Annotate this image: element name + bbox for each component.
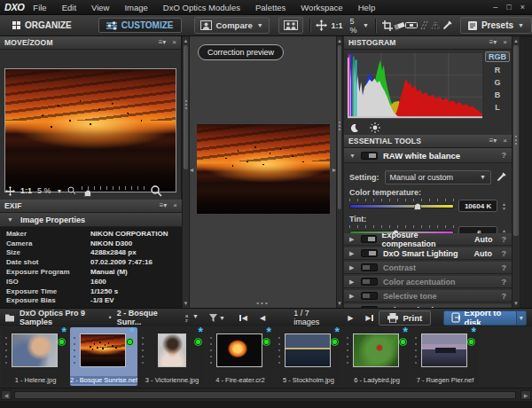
section-toggle[interactable] <box>361 249 378 257</box>
movezoom-preview-image[interactable] <box>4 68 176 192</box>
next-image-arrow[interactable]: ▸ <box>332 166 336 174</box>
expand-triangle-icon[interactable]: ▶ <box>349 264 356 271</box>
scroll-left-arrow[interactable]: ◀ <box>1 390 12 400</box>
thumbnail-bosque-sunrise-selected[interactable]: * 2 - Bosque Sunrise.nef <box>70 327 137 386</box>
zoom-1to1-button[interactable]: 1:1 <box>332 21 343 30</box>
temperature-value-field[interactable]: 10604 K <box>458 200 497 212</box>
help-icon[interactable]: ? <box>498 235 506 244</box>
section-selective-tone[interactable]: ▶ Selective tone ? <box>344 290 512 302</box>
zoom-slider-handle[interactable] <box>84 190 91 197</box>
zoom-level-value[interactable]: 5 % <box>350 17 359 35</box>
splitter-handle-dots[interactable]: ••• <box>256 299 269 307</box>
scrollbar-thumb[interactable] <box>184 45 188 169</box>
thumbnail-image[interactable] <box>216 333 262 367</box>
rating-dots[interactable] <box>142 337 144 339</box>
next-image-button[interactable]: ▶ <box>348 314 353 322</box>
rectangle-tool-button[interactable] <box>429 17 441 34</box>
scroll-up-arrow[interactable]: ▲ <box>183 37 189 44</box>
thumbnail-victorienne[interactable]: * 3 - Victorienne.jpg <box>138 327 206 386</box>
section-toggle[interactable] <box>361 263 378 271</box>
channel-l-button[interactable]: L <box>492 103 503 112</box>
essential-tools-menu-icon[interactable]: ≡▾ <box>489 137 497 145</box>
presets-button[interactable]: Presets ▼ <box>460 17 532 34</box>
dust-removal-tool-button[interactable] <box>394 17 405 34</box>
section-color-accentuation[interactable]: ▶ Color accentuation ? <box>344 276 512 288</box>
main-preview-image[interactable] <box>197 124 330 214</box>
rating-dots[interactable] <box>347 337 348 339</box>
scroll-down-arrow[interactable]: ▼ <box>512 300 520 307</box>
help-icon[interactable]: ? <box>497 278 506 286</box>
rating-dots[interactable] <box>415 337 417 339</box>
menu-edit[interactable]: Edit <box>62 3 76 12</box>
section-toggle[interactable] <box>361 278 378 286</box>
first-image-button[interactable]: ◀ <box>239 314 247 322</box>
customize-tab[interactable]: CUSTOMIZE <box>98 18 182 33</box>
presets-dropdown-caret[interactable]: ▼ <box>518 22 524 28</box>
section-dxo-smart-lighting[interactable]: ▶ DxO Smart Lighting Auto ? <box>344 247 512 260</box>
prev-image-arrow[interactable]: ◂ <box>190 166 193 174</box>
thumbnail-image[interactable] <box>12 333 58 367</box>
print-button[interactable]: Print <box>379 310 431 326</box>
scroll-right-arrow[interactable]: ▶ <box>520 390 531 400</box>
scroll-up-arrow[interactable]: ▲ <box>337 37 342 44</box>
help-icon[interactable]: ? <box>502 151 507 160</box>
color-temperature-slider[interactable] <box>349 199 454 213</box>
scrollbar-thumb[interactable] <box>338 45 341 209</box>
raw-wb-toggle[interactable] <box>361 152 378 160</box>
filmstrip-scrollbar[interactable]: ◀ ▶ <box>0 388 532 401</box>
exif-close-icon[interactable]: × <box>173 202 177 209</box>
zoom-dropdown-caret[interactable]: ▼ <box>363 22 369 28</box>
expand-triangle-icon[interactable]: ▼ <box>349 153 356 159</box>
export-dropdown-caret[interactable]: ▼ <box>516 311 526 325</box>
thumbnail-image[interactable] <box>353 333 399 367</box>
organize-tab[interactable]: ORGANIZE <box>5 19 79 32</box>
wb-eyedropper-icon[interactable] <box>497 172 506 182</box>
right-scrollbar[interactable]: ▲ ▼ <box>512 36 520 308</box>
movezoom-zoom-value[interactable]: 5 % <box>37 186 51 195</box>
menu-dxo-optics-modules[interactable]: DxO Optics Modules <box>163 3 240 12</box>
thumbnail-image[interactable] <box>158 333 186 367</box>
help-icon[interactable]: ? <box>497 263 506 272</box>
menu-help[interactable]: Help <box>358 3 376 12</box>
close-button[interactable]: × <box>520 4 525 12</box>
thumbnail-fire-eater[interactable]: * 4 - Fire-eater.cr2 <box>207 327 274 386</box>
thumbnail-image[interactable] <box>421 333 467 367</box>
menu-view[interactable]: View <box>91 3 109 12</box>
thumbnail-image[interactable] <box>80 333 126 367</box>
horizon-tool-button[interactable] <box>405 17 418 34</box>
zoom-slider[interactable] <box>82 186 145 195</box>
rating-dots[interactable] <box>210 337 212 339</box>
section-exposure-compensation[interactable]: ▶ Exposure compensation Auto ? <box>344 233 512 246</box>
expand-triangle-icon[interactable]: ▶ <box>349 293 356 300</box>
pan-tool-button[interactable] <box>316 17 327 34</box>
left-scrollbar[interactable]: ▲ ▼ <box>182 36 190 308</box>
section-toggle[interactable] <box>361 292 378 300</box>
move-crosshair-icon[interactable] <box>5 186 15 196</box>
center-scrollbar[interactable]: ▲ ▼ <box>336 36 343 308</box>
thumbnail-helene[interactable]: * 1 - Helene.jpg <box>2 327 69 386</box>
forced-parallels-tool-button[interactable] <box>418 17 429 34</box>
export-to-disk-button[interactable]: Export to disk ▼ <box>443 310 527 326</box>
rating-dots[interactable] <box>74 337 75 339</box>
movezoom-1to1-button[interactable]: 1:1 <box>20 186 32 195</box>
maximize-button[interactable]: □ <box>506 4 511 12</box>
zoom-in-icon[interactable] <box>151 185 162 197</box>
wb-setting-dropdown[interactable]: Manual or custom ▼ <box>385 170 492 184</box>
channel-r-button[interactable]: R <box>492 66 504 75</box>
channel-g-button[interactable]: G <box>491 78 503 87</box>
scrollbar-thumb[interactable] <box>513 45 519 236</box>
temperature-stepper[interactable]: ▲▼ <box>502 202 506 210</box>
movezoom-zoom-caret[interactable]: ▼ <box>57 188 63 194</box>
help-icon[interactable]: ? <box>497 249 506 258</box>
scroll-down-arrow[interactable]: ▼ <box>337 300 342 307</box>
menu-image[interactable]: Image <box>124 3 147 12</box>
folder-name[interactable]: DxO Optics Pro 9 Samples <box>20 309 104 326</box>
crop-tool-button[interactable] <box>382 17 394 34</box>
exif-menu-icon[interactable]: ≡▾ <box>160 202 168 209</box>
section-contrast[interactable]: ▶ Contrast ? <box>344 262 512 274</box>
thumbnail-ruegen-pier[interactable]: * 7 - Ruegen Pier.nef <box>411 327 479 386</box>
menu-file[interactable]: File <box>33 3 46 12</box>
histogram-close-icon[interactable]: × <box>503 39 507 46</box>
menu-palettes[interactable]: Palettes <box>255 3 286 12</box>
last-image-button[interactable]: ▶ <box>365 314 373 322</box>
